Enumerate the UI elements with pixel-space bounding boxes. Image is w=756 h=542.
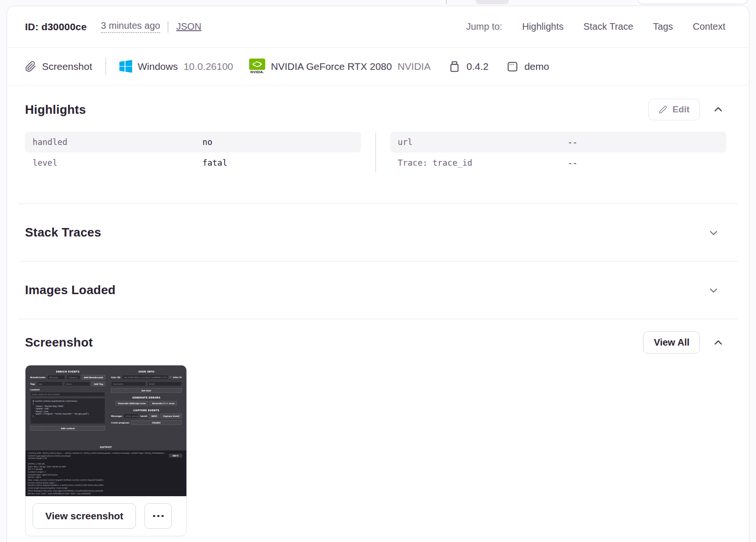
os-name: Windows bbox=[138, 61, 178, 72]
release-tag[interactable]: 0.4.2 bbox=[448, 60, 488, 73]
highlights-section: Highlights Edit handled no level bbox=[7, 85, 749, 203]
view-all-button[interactable]: View All bbox=[643, 331, 700, 354]
mini-output-console: x-sentry-auth: Sentry sentry_key=..., se… bbox=[25, 450, 186, 496]
edit-highlights-button[interactable]: Edit bbox=[648, 99, 700, 120]
images-loaded-section: Images Loaded bbox=[7, 262, 749, 319]
mini-button: Set User bbox=[111, 388, 182, 393]
highlight-row-level: level fatal bbox=[25, 152, 361, 173]
environment-tag[interactable]: demo bbox=[506, 60, 549, 73]
mini-label: Infer IP bbox=[173, 376, 182, 379]
cropped-toolbar-divider bbox=[446, 0, 447, 4]
event-detail-card: ID: d30000ce 3 minutes ago JSON Jump to:… bbox=[7, 6, 749, 542]
edit-button-label: Edit bbox=[672, 104, 689, 115]
ellipsis-icon bbox=[153, 515, 164, 517]
browser-window-icon bbox=[506, 60, 519, 73]
os-version: 10.0.26100 bbox=[184, 61, 233, 72]
meta-divider bbox=[105, 58, 106, 75]
highlight-value: -- bbox=[568, 137, 578, 147]
event-timestamp-link[interactable]: 3 minutes ago bbox=[101, 20, 160, 33]
release-version: 0.4.2 bbox=[466, 61, 488, 72]
screenshot-title: Screenshot bbox=[25, 335, 93, 350]
mini-console-text: x-sentry-auth: Sentry sentry_key=..., se… bbox=[28, 452, 184, 495]
stack-traces-section: Stack Traces bbox=[7, 204, 749, 261]
event-header: ID: d30000ce 3 minutes ago JSON Jump to:… bbox=[7, 6, 749, 48]
mini-input: Category bbox=[67, 375, 80, 380]
mini-input: Enter name for the context bbox=[30, 392, 105, 397]
release-icon bbox=[448, 60, 461, 73]
mini-input: Enter message text. bbox=[124, 414, 139, 418]
mini-input: Message bbox=[47, 375, 65, 380]
mini-button: Add context bbox=[30, 426, 105, 431]
os-tag[interactable]: Windows 10.0.26100 bbox=[119, 60, 233, 73]
screenshot-tag[interactable]: Screenshot bbox=[25, 61, 92, 72]
chevron-up-icon bbox=[712, 103, 724, 116]
highlights-title: Highlights bbox=[25, 102, 86, 117]
header-divider bbox=[168, 21, 168, 33]
nvidia-wordmark: NVIDIA. bbox=[251, 70, 264, 74]
pencil-icon bbox=[659, 105, 667, 114]
mini-title: USER INFO bbox=[111, 370, 182, 373]
highlight-key: handled bbox=[33, 137, 202, 147]
mini-button: Generate C++ error bbox=[150, 401, 177, 406]
nvidia-logo-icon: NVIDIA. bbox=[249, 59, 265, 74]
mini-input: Value bbox=[64, 381, 90, 386]
mini-button: Generate GDScript error bbox=[116, 401, 148, 406]
screenshot-tag-label: Screenshot bbox=[42, 61, 92, 72]
mini-button: Add Tag bbox=[92, 381, 105, 386]
screenshot-collapse-button[interactable] bbox=[710, 335, 726, 351]
mini-enrich-events-panel: ENRICH EVENTS Breadcrumb: Message Catego… bbox=[30, 369, 105, 431]
more-options-button[interactable] bbox=[144, 503, 172, 529]
mini-output-title: OUTPUT bbox=[25, 444, 186, 450]
jump-to-nav: Jump to: Highlights Stack Trace Tags Con… bbox=[466, 21, 725, 32]
windows-logo-icon bbox=[119, 60, 132, 73]
json-link[interactable]: JSON bbox=[176, 21, 201, 32]
stack-traces-expand-button[interactable] bbox=[706, 225, 722, 241]
jump-link-highlights[interactable]: Highlights bbox=[522, 21, 563, 32]
mini-label: Message: bbox=[111, 415, 122, 417]
mini-title: CAPTURE EVENTS bbox=[111, 409, 182, 412]
highlights-collapse-button[interactable] bbox=[710, 102, 726, 118]
highlights-column-divider bbox=[375, 133, 376, 172]
gpu-name: NVIDIA GeForce RTX 2080 bbox=[271, 61, 392, 72]
environment-name: demo bbox=[524, 61, 549, 72]
highlight-row-handled: handled no bbox=[25, 132, 361, 152]
mini-button: Capture Event bbox=[160, 414, 182, 418]
highlight-row-url: url -- bbox=[390, 132, 726, 152]
highlight-key: level bbox=[33, 158, 202, 168]
screenshot-thumbnail-card: ENRICH EVENTS Breadcrumb: Message Catego… bbox=[25, 365, 187, 536]
mini-label: Breadcrumb: bbox=[30, 376, 46, 379]
screenshot-thumbnail-image[interactable]: ENRICH EVENTS Breadcrumb: Message Catego… bbox=[25, 365, 186, 496]
highlight-key: Trace: trace_id bbox=[398, 158, 568, 168]
mini-checkbox bbox=[169, 376, 171, 378]
images-loaded-expand-button[interactable] bbox=[706, 282, 722, 298]
chevron-up-icon bbox=[712, 337, 724, 349]
mini-title: GENERATE ERRORS bbox=[111, 396, 182, 399]
highlights-left-table: handled no level fatal bbox=[25, 132, 361, 173]
gpu-vendor: NVIDIA bbox=[397, 61, 430, 72]
mini-label: Tag: bbox=[30, 383, 35, 385]
highlight-value: fatal bbox=[202, 158, 227, 168]
view-screenshot-button[interactable]: View screenshot bbox=[33, 503, 136, 529]
event-meta-bar: Screenshot Windows 10.0.26100 NVIDIA. NV… bbox=[7, 48, 749, 85]
screenshot-section: Screenshot View All ENRICH EVENTS Breadc… bbox=[7, 319, 749, 536]
thumbnail-actions: View screenshot bbox=[25, 496, 186, 536]
highlight-key: url bbox=[398, 137, 568, 147]
mini-user-info-panel: USER INFO User ID: e9c35f9f-290b-471d-db… bbox=[111, 369, 182, 431]
mini-label: Crash program: bbox=[111, 422, 130, 424]
mini-input: e9c35f9f-290b-471d-dbcb-3ad896821733 bbox=[122, 375, 168, 380]
gpu-tag[interactable]: NVIDIA. NVIDIA GeForce RTX 2080 NVIDIA bbox=[249, 59, 430, 74]
mini-input: Key bbox=[37, 381, 63, 386]
mini-input: Username bbox=[111, 381, 145, 386]
highlights-grid: handled no level fatal url -- Trace: tra… bbox=[25, 132, 726, 203]
chevron-down-icon bbox=[707, 227, 720, 239]
jump-link-context[interactable]: Context bbox=[693, 21, 725, 32]
jump-link-stack-trace[interactable]: Stack Trace bbox=[583, 21, 633, 32]
mini-label: Context bbox=[30, 389, 40, 391]
mini-context-code: # custom context expressed as a dictiona… bbox=[30, 398, 105, 424]
mini-input: Email bbox=[147, 381, 182, 386]
jump-link-tags[interactable]: Tags bbox=[653, 21, 673, 32]
highlight-value: no bbox=[202, 137, 212, 147]
paperclip-icon bbox=[25, 61, 36, 72]
mini-label: Level: bbox=[140, 415, 147, 417]
mini-button: INFO bbox=[149, 414, 160, 418]
